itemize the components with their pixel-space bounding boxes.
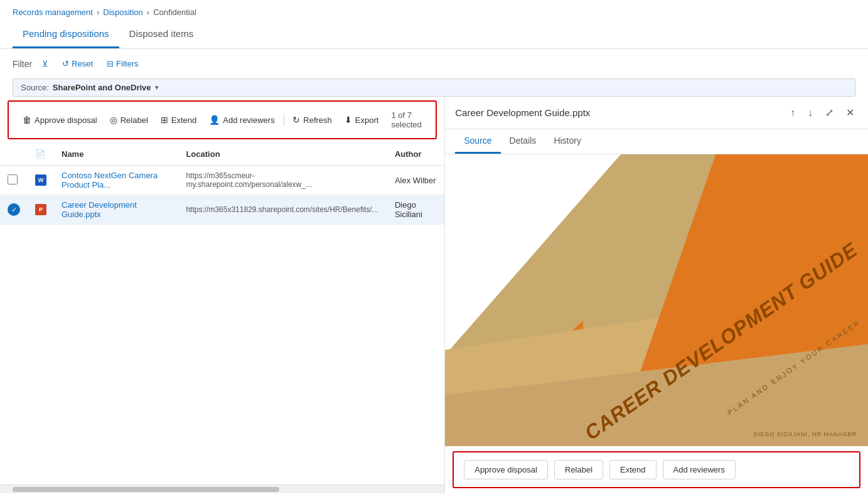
tab-source[interactable]: Source <box>455 129 500 154</box>
word-file-icon: W <box>35 174 46 186</box>
file-icon-header: 📄 <box>35 149 45 159</box>
table-row[interactable]: ✓ P Career Development Guide.pptx https:… <box>0 195 444 225</box>
bottom-relabel-button[interactable]: Relabel <box>554 460 603 479</box>
reset-btn[interactable]: ↺ Reset <box>58 56 97 71</box>
add-reviewers-button[interactable]: 👤 Add reviewers <box>203 111 281 129</box>
refresh-icon: ↻ <box>292 115 300 125</box>
right-panel-title: Career Development Guide.pptx <box>455 107 786 118</box>
export-label: Export <box>355 115 379 125</box>
filters-btn[interactable]: ⊟ Filters <box>103 56 142 71</box>
row1-location: https://m365scmeur-my.sharepoint.com/per… <box>178 166 387 195</box>
tab-disposed-items[interactable]: Disposed items <box>119 22 204 48</box>
filters-icon: ⊟ <box>107 59 114 68</box>
table-row[interactable]: W Contoso NextGen Camera Product Pla... … <box>0 166 444 195</box>
right-header-actions: ↑ ↓ ⤢ ✕ <box>786 104 858 121</box>
breadcrumb-disposition[interactable]: Disposition <box>103 8 143 17</box>
refresh-label: Refresh <box>303 115 332 125</box>
check-circle-icon: ✓ <box>8 203 20 216</box>
right-tabs: Source Details History <box>445 129 868 154</box>
export-icon: ⬇ <box>345 115 352 125</box>
tab-pending-dispositions[interactable]: Pending dispositions <box>13 22 119 48</box>
source-pill[interactable]: Source: SharePoint and OneDrive ▾ <box>13 78 855 97</box>
left-pane: 🗑 Approve disposal ◎ Relabel ⊞ Extend 👤 … <box>0 97 445 493</box>
bottom-add-reviewers-button[interactable]: Add reviewers <box>663 460 736 479</box>
filter-label: Filter <box>13 59 32 69</box>
relabel-label: Relabel <box>121 115 148 125</box>
add-reviewers-icon: 👤 <box>209 115 220 125</box>
pptx-slide: CAREER DEVELOPMENT GUIDE PLAN AND ENJOY … <box>445 154 868 446</box>
col-name[interactable]: Name <box>54 143 178 166</box>
col-checkbox <box>0 143 28 166</box>
breadcrumb: Records management › Disposition › Confi… <box>0 0 868 22</box>
export-button[interactable]: ⬇ Export <box>338 111 385 129</box>
right-header: Career Development Guide.pptx ↑ ↓ ⤢ ✕ <box>445 97 868 129</box>
filter-funnel-icon: ⊻ <box>42 59 48 68</box>
row2-name[interactable]: Career Development Guide.pptx <box>54 195 178 225</box>
row2-icon-cell: P <box>28 195 54 225</box>
expand-button[interactable]: ⤢ <box>822 104 837 121</box>
right-pane: Career Development Guide.pptx ↑ ↓ ⤢ ✕ So… <box>445 97 868 493</box>
bottom-extend-button[interactable]: Extend <box>609 460 656 479</box>
bottom-approve-disposal-button[interactable]: Approve disposal <box>464 460 548 479</box>
add-reviewers-label: Add reviewers <box>223 115 274 125</box>
extend-button[interactable]: ⊞ Extend <box>154 111 203 129</box>
breadcrumb-records-management[interactable]: Records management <box>13 8 93 17</box>
scroll-area[interactable] <box>0 484 444 493</box>
row2-author: Diego Siciliani <box>387 195 444 225</box>
col-icon: 📄 <box>28 143 54 166</box>
tab-history[interactable]: History <box>545 129 590 154</box>
navigate-up-button[interactable]: ↑ <box>786 105 799 121</box>
action-toolbar: 🗑 Approve disposal ◎ Relabel ⊞ Extend 👤 … <box>8 100 437 139</box>
filter-row: Filter ⊻ ↺ Reset ⊟ Filters <box>0 49 868 78</box>
source-pill-label: Source: <box>21 83 49 92</box>
tab-details[interactable]: Details <box>501 129 545 154</box>
chevron-down-icon: ▾ <box>155 83 159 92</box>
approve-disposal-icon: 🗑 <box>23 115 31 125</box>
preview-area: CAREER DEVELOPMENT GUIDE PLAN AND ENJOY … <box>445 154 868 446</box>
breadcrumb-current: Confidential <box>153 8 196 17</box>
extend-label: Extend <box>171 115 196 125</box>
row2-checkbox-cell[interactable]: ✓ <box>0 195 28 225</box>
row2-location: https://m365x311829.sharepoint.com/sites… <box>178 195 387 225</box>
table-container: 📄 Name Location Author W <box>0 143 444 484</box>
reset-icon: ↺ <box>62 59 69 68</box>
row1-checkbox-cell[interactable] <box>0 166 28 195</box>
close-panel-button[interactable]: ✕ <box>842 104 858 121</box>
main-content: 🗑 Approve disposal ◎ Relabel ⊞ Extend 👤 … <box>0 97 868 493</box>
refresh-button[interactable]: ↻ Refresh <box>286 111 338 129</box>
scroll-track <box>13 487 279 492</box>
slide-author-text: DIEGO SICILIANI, HR MANAGER <box>753 431 857 437</box>
row1-name[interactable]: Contoso NextGen Camera Product Pla... <box>54 166 178 195</box>
extend-icon: ⊞ <box>161 115 168 125</box>
ppt-file-icon: P <box>35 204 46 215</box>
row1-checkbox[interactable] <box>8 174 18 184</box>
row1-icon-cell: W <box>28 166 54 195</box>
relabel-button[interactable]: ◎ Relabel <box>104 111 154 129</box>
bottom-action-toolbar: Approve disposal Relabel Extend Add revi… <box>453 451 860 488</box>
approve-disposal-button[interactable]: 🗑 Approve disposal <box>16 111 104 129</box>
navigate-down-button[interactable]: ↓ <box>804 105 817 121</box>
selection-count: 1 of 7 selected <box>385 107 428 133</box>
filters-label: Filters <box>116 59 138 68</box>
approve-disposal-label: Approve disposal <box>35 115 97 125</box>
tabs-row: Pending dispositions Disposed items <box>0 22 868 49</box>
col-author[interactable]: Author <box>387 143 444 166</box>
filter-icon-btn[interactable]: ⊻ <box>38 56 52 71</box>
items-table: 📄 Name Location Author W <box>0 143 444 225</box>
col-location[interactable]: Location <box>178 143 387 166</box>
row1-author: Alex Wilber <box>387 166 444 195</box>
relabel-icon: ◎ <box>110 115 117 125</box>
source-pill-value: SharePoint and OneDrive <box>53 83 151 92</box>
reset-label: Reset <box>72 59 93 68</box>
